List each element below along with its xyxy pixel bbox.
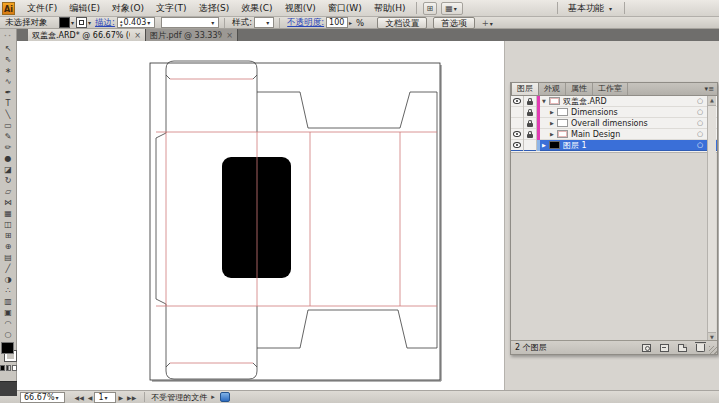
pencil-tool[interactable]: ✏ <box>0 142 16 153</box>
type-tool[interactable]: T <box>0 98 16 109</box>
shape-builder-tool[interactable]: ◫ <box>0 219 16 230</box>
disclosure-triangle[interactable]: ▼ <box>540 98 548 104</box>
opacity-field[interactable]: 100 <box>326 17 348 28</box>
color-button[interactable] <box>0 365 5 371</box>
stroke-panel-link[interactable]: 描边: <box>95 17 115 29</box>
lock-toggle[interactable] <box>524 96 537 107</box>
menu-type[interactable]: 文字(T) <box>150 0 193 16</box>
layer-row-ard[interactable]: ▼ 双盖盒.ARD ○ <box>511 96 717 107</box>
layer-name[interactable]: 双盖盒.ARD <box>563 96 695 107</box>
gradient-button[interactable] <box>6 365 11 371</box>
black-rounded-rectangle-object[interactable] <box>222 157 291 278</box>
style-select[interactable]: ▾ <box>254 17 274 28</box>
stroke-color-swatch[interactable] <box>76 17 87 28</box>
rectangle-tool[interactable]: ▭ <box>0 120 16 131</box>
target-circle[interactable]: ○ <box>695 130 705 138</box>
fill-swatch-indicator[interactable] <box>1 342 14 354</box>
workspace-switcher[interactable]: 基本功能 ▾ <box>562 2 620 15</box>
layer-name[interactable]: Main Design <box>571 130 695 139</box>
mesh-tool[interactable]: ⊕ <box>0 241 16 252</box>
hand-tool[interactable]: ◠ <box>0 318 16 329</box>
close-tab-icon[interactable]: × <box>134 31 141 40</box>
canvas-area[interactable] <box>17 41 504 390</box>
target-circle[interactable]: ○ <box>695 119 705 127</box>
menu-file[interactable]: 文件(F) <box>21 0 63 16</box>
menu-help[interactable]: 帮助(H) <box>368 0 412 16</box>
paintbrush-tool[interactable]: ✎ <box>0 131 16 142</box>
new-layer-icon[interactable] <box>678 344 687 352</box>
target-circle[interactable]: ○ <box>695 97 705 105</box>
bridge-icon[interactable]: ⊞ <box>423 2 438 15</box>
blob-brush-tool[interactable]: ● <box>0 153 16 164</box>
artboard-number-field[interactable]: 1 ▾ <box>94 392 116 403</box>
target-circle[interactable]: ○ <box>695 141 705 149</box>
lock-toggle[interactable] <box>524 107 537 118</box>
visibility-toggle[interactable] <box>511 129 524 140</box>
menu-object[interactable]: 对象(O) <box>106 0 150 16</box>
none-button[interactable] <box>12 365 17 371</box>
screen-mode-button[interactable] <box>0 381 17 396</box>
fill-dropdown-icon[interactable]: ▾ <box>71 19 74 26</box>
column-graph-tool[interactable]: ▥ <box>0 296 16 307</box>
preferences-button[interactable]: 首选项 <box>433 17 475 29</box>
panel-menu-icon[interactable]: ▾≡ <box>702 83 717 95</box>
zoom-level-field[interactable]: 66.67% ▾ <box>20 392 65 403</box>
stroke-dropdown-icon[interactable]: ▾ <box>88 19 91 26</box>
visibility-toggle[interactable] <box>511 96 524 107</box>
layer-row-dimensions[interactable]: ▶ Dimensions ○ <box>511 107 717 118</box>
layer-name[interactable]: 图层 1 <box>563 140 695 151</box>
control-panel-menu-icon[interactable]: +▾ <box>482 18 495 28</box>
opacity-popup-icon[interactable]: ▸ <box>349 19 352 26</box>
stroke-stepper-icon[interactable]: ▴▾ <box>120 19 123 27</box>
visibility-toggle[interactable] <box>511 140 524 151</box>
menu-edit[interactable]: 编辑(E) <box>63 0 106 16</box>
delete-layer-icon[interactable] <box>696 344 705 352</box>
stroke-weight-field[interactable]: ▴▾ 0.403 ▾ <box>117 17 155 28</box>
zoom-tool[interactable]: ○ <box>0 329 16 340</box>
previous-artboard-icon[interactable]: ◀ <box>88 394 93 401</box>
menu-effect[interactable]: 效果(C) <box>235 0 278 16</box>
magic-wand-tool[interactable]: ∗ <box>0 65 16 76</box>
stroke-weight-dropdown-icon[interactable]: ▾ <box>147 19 150 26</box>
visibility-toggle[interactable] <box>511 118 524 129</box>
panel-resize-grip[interactable] <box>709 346 717 354</box>
width-tool[interactable]: ⋈ <box>0 197 16 208</box>
line-segment-tool[interactable]: ╲ <box>0 109 16 120</box>
last-artboard-icon[interactable]: ▶▶ <box>127 394 136 401</box>
tab-appearance[interactable]: 外观 <box>539 83 566 95</box>
symbol-sprayer-tool[interactable]: ∴ <box>0 285 16 296</box>
opacity-panel-link[interactable]: 不透明度: <box>287 17 324 29</box>
tab-layers[interactable]: 图层 <box>511 82 539 95</box>
close-tab-icon[interactable]: × <box>226 31 233 40</box>
tab-properties[interactable]: 属性 <box>566 83 593 95</box>
rotate-tool[interactable]: ↻ <box>0 175 16 186</box>
fill-color-swatch[interactable] <box>59 17 70 28</box>
document-tab-inactive[interactable]: 图片.pdf @ 33.33% (CMYK/预览) × <box>146 29 238 41</box>
status-popup-icon[interactable]: ▸ <box>211 393 215 401</box>
width-profile-select[interactable]: ▾ <box>161 17 219 28</box>
target-circle[interactable]: ○ <box>695 108 705 116</box>
next-artboard-icon[interactable]: ▶ <box>118 394 123 401</box>
disclosure-triangle[interactable]: ▶ <box>548 120 556 126</box>
make-clipping-mask-icon[interactable] <box>642 344 651 352</box>
lasso-tool[interactable]: ∿ <box>0 76 16 87</box>
toolbar-panel-header[interactable]: ∙∙ <box>0 29 17 41</box>
menu-select[interactable]: 选择(S) <box>193 0 236 16</box>
document-setup-button[interactable]: 文档设置 <box>377 17 427 29</box>
layers-scrollbar[interactable]: ▲ ▼ <box>707 96 716 342</box>
document-tab-active[interactable]: 双盖盒.ARD* @ 66.67% (CMYK/预览) × <box>28 29 146 41</box>
lock-toggle[interactable] <box>524 140 537 151</box>
lock-toggle[interactable] <box>524 118 537 129</box>
selection-tool[interactable]: ↖ <box>0 43 16 54</box>
disclosure-triangle[interactable]: ▶ <box>548 131 556 137</box>
visibility-toggle[interactable] <box>511 107 524 118</box>
lock-toggle[interactable] <box>524 129 537 140</box>
eraser-tool[interactable]: ◪ <box>0 164 16 175</box>
direct-selection-tool[interactable]: ⇖ <box>0 54 16 65</box>
layer-name[interactable]: Overall dimensions <box>571 119 695 128</box>
new-sublayer-icon[interactable] <box>660 344 669 352</box>
layer-name[interactable]: Dimensions <box>571 108 695 117</box>
scroll-up-icon[interactable]: ▲ <box>708 96 716 106</box>
layer-row-layer1-selected[interactable]: ▶ 图层 1 ○ <box>511 140 717 151</box>
eyedropper-tool[interactable]: ╱ <box>0 263 16 274</box>
